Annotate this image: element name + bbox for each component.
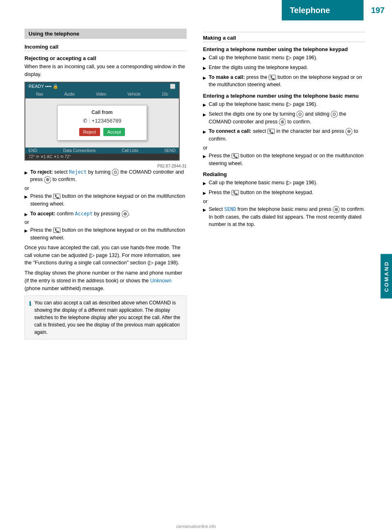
redialing-note: In both cases, the calls dialed list app…	[209, 214, 361, 228]
header-left	[0, 0, 282, 20]
or-separator-menu: or	[203, 145, 365, 151]
phone-number-text: : +123456789	[89, 118, 121, 124]
nav-10c: 10c	[160, 91, 170, 97]
watermark: carmanualsonline.info	[176, 524, 216, 529]
screen-ready-text: READY ▪▪▪▪ 🔒	[29, 84, 58, 89]
keypad-bullet-1: ▶ Call up the telephone basic menu (▷ pa…	[203, 54, 365, 62]
ctrl-accept-icon: ⊛	[122, 210, 129, 217]
bullet-arrow-m1: ▶	[203, 102, 206, 108]
phone-keypad-icon-1: 📞	[53, 194, 60, 199]
screen-bottom-send: SEND	[164, 148, 176, 153]
bullet-to-reject: ▶ To reject: select Reject by turning ⊙ …	[24, 168, 187, 184]
call-from-box: Call from ✆ : +123456789 Reject Accept	[57, 105, 147, 141]
ctrl-press-icon: ⊛	[44, 176, 51, 183]
bullet-text-accept: To accept: confirm Accept by pressing ⊛.	[30, 210, 187, 218]
bullet-arrow-r2: ▶	[203, 190, 206, 196]
nav-video: Video	[94, 91, 108, 97]
reject-button[interactable]: Reject	[79, 128, 100, 136]
title-text: Telephone	[290, 6, 330, 15]
bullet-text-m3: To connect a call: select 📞 in the chara…	[209, 127, 365, 143]
info-text: You can also accept a call as described …	[34, 299, 182, 336]
to-connect-bold: To connect a call:	[209, 128, 252, 134]
reject-label: Reject	[83, 130, 96, 134]
bullet-arrow-k2: ▶	[203, 65, 206, 71]
menu-bullet-2: ▶ Select the digits one by one by turnin…	[203, 110, 365, 126]
bullet-to-accept: ▶ To accept: confirm Accept by pressing …	[24, 210, 187, 218]
bullet-text-press1: Press the 📞 button on the telephone keyp…	[30, 192, 187, 208]
ctrl-press-m2: ⊛	[279, 118, 286, 125]
nav-nav: Nav	[34, 91, 45, 97]
making-call-divider	[203, 32, 365, 32]
info-icon: ℹ	[29, 300, 31, 308]
ctrl-press-m3: ⊛	[345, 128, 352, 135]
phone-symbol: ✆	[83, 118, 87, 124]
incoming-call-para: When there is an incoming call, you see …	[24, 63, 187, 78]
left-column: Using the telephone Incoming call Reject…	[12, 29, 195, 340]
to-make-call-bold: To make a call:	[209, 74, 245, 80]
bullet-arrow-accept: ▶	[24, 211, 28, 217]
bullet-press-reject: ▶ Press the 📞 button on the telephone ke…	[24, 192, 187, 208]
bullet-arrow-reject: ▶	[24, 170, 28, 176]
nav-vehicle: Vehicle	[126, 91, 142, 97]
bullet-text-press2: Press the 📞 button on the telephone keyp…	[30, 226, 187, 242]
menu-bullet-3: ▶ To connect a call: select 📞 in the cha…	[203, 127, 365, 143]
send-word: SEND	[224, 206, 236, 212]
bullet-arrow-k1: ▶	[203, 55, 206, 61]
redialing-bullet-3: ▶ Select SEND from the telephone basic m…	[203, 206, 365, 228]
making-call-heading: Making a call	[203, 35, 365, 42]
screen-bottom-data: Data Connections	[63, 148, 96, 153]
bullet-text-m2: Select the digits one by one by turning …	[209, 110, 365, 126]
comand-sidebar: COMAND	[381, 20, 392, 532]
phone-keypad-icon-3: 📞	[269, 75, 276, 80]
phone-keypad-icon-5: 📞	[232, 190, 239, 195]
accept-label: Accept	[107, 130, 121, 134]
section-header-text: Using the telephone	[29, 31, 79, 37]
bullet-text-r1: Call up the telephone basic menu (▷ page…	[209, 179, 365, 187]
accept-word: Accept	[75, 211, 93, 217]
ctrl-turn-icon: ⊙	[112, 169, 119, 176]
screen-bottom-calllists: Call Lists	[122, 148, 138, 153]
phone-keypad-icon-4: 📞	[232, 153, 239, 159]
bullet-arrow-m3: ▶	[203, 129, 206, 135]
ctrl-slide-m2: ⊙	[331, 111, 338, 118]
keypad-bullet-3: ▶ To make a call: press the 📞 button on …	[203, 74, 365, 89]
bullet-text-k2: Enter the digits using the telephone key…	[209, 64, 365, 72]
page-number: 197	[363, 0, 392, 20]
keypad-subheading: Entering a telephone number using the te…	[203, 46, 365, 52]
screen-display: READY ▪▪▪▪ 🔒 ⬜ Nav Audio Video Vehicle 1…	[24, 82, 180, 161]
screen-nav-bar: Nav Audio Video Vehicle 10c	[25, 90, 179, 98]
right-column: Making a call Entering a telephone numbe…	[195, 29, 377, 340]
bullet-text-m1: Call up the telephone basic menu (▷ page…	[209, 101, 365, 108]
incoming-call-heading: Incoming call	[24, 44, 187, 51]
call-from-title: Call from	[66, 110, 138, 115]
to-reject-bold: To reject:	[30, 169, 53, 175]
content-area: Using the telephone Incoming call Reject…	[0, 20, 392, 348]
screen-bottom-end: END	[29, 148, 37, 153]
bullet-text-r3: Select SEND from the telephone basic men…	[209, 206, 365, 228]
screen-temp-left: 72° ⟳ ✕1 AC ✕1 ⟲ 72°	[29, 154, 71, 159]
comand-tab-label: COMAND	[381, 254, 392, 299]
bullet-text-r2: Press the 📞 button on the telephone keyp…	[209, 189, 365, 197]
bullet-arrow-r3: ▶	[203, 207, 206, 213]
redialing-bullet-1: ▶ Call up the telephone basic menu (▷ pa…	[203, 179, 365, 187]
or-separator-1: or	[24, 186, 187, 191]
display-shows-para: The display shows the phone number or th…	[24, 269, 187, 292]
call-from-number: ✆ : +123456789	[66, 118, 138, 124]
screen-bottom-bar: END Data Connections Call Lists SEND	[25, 148, 179, 154]
phone-icon-m3: 📞	[267, 129, 275, 134]
nav-audio: Audio	[62, 91, 76, 97]
accepted-call-para: Once you have accepted the call, you can…	[24, 244, 187, 267]
or-separator-redialing: or	[203, 199, 365, 204]
header-bar: Telephone 197	[0, 0, 392, 20]
or-separator-2: or	[24, 219, 187, 225]
call-action-buttons: Reject Accept	[66, 128, 138, 136]
keypad-bullet-2: ▶ Enter the digits using the telephone k…	[203, 64, 365, 72]
accept-button[interactable]: Accept	[103, 128, 125, 136]
bullet-text-reject: To reject: select Reject by turning ⊙ th…	[30, 168, 187, 184]
to-accept-bold: To accept:	[30, 211, 56, 217]
page-wrapper: Telephone 197 COMAND Using the telephone…	[0, 0, 392, 532]
redialing-subheading: Redialing	[203, 171, 365, 177]
bullet-text-k1: Call up the telephone basic menu (▷ page…	[209, 54, 365, 62]
rejecting-accepting-heading: Rejecting or accepting a call	[24, 55, 187, 61]
ctrl-press-r3: ⊛	[333, 206, 340, 213]
